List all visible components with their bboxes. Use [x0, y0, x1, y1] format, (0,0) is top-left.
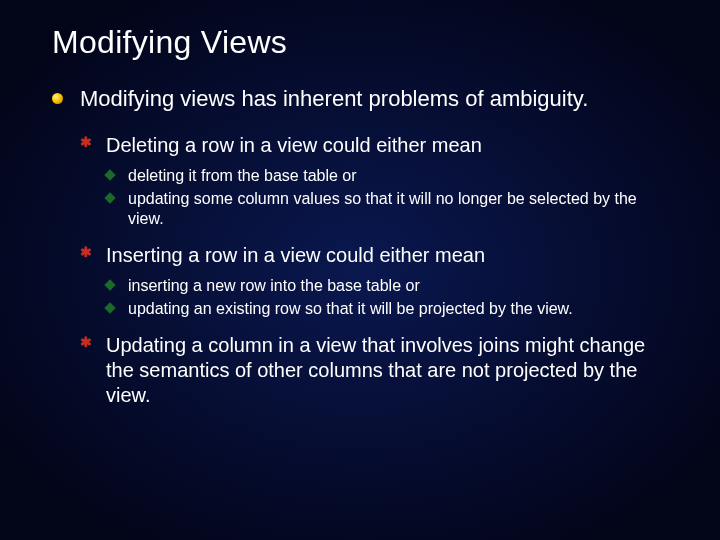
slide: Modifying Views Modifying views has inhe… — [0, 0, 720, 540]
list-item: Inserting a row in a view could either m… — [80, 243, 668, 319]
list-item: updating some column values so that it w… — [106, 189, 668, 229]
bullet-text: Inserting a row in a view could either m… — [106, 244, 485, 266]
bullet-text: Modifying views has inherent problems of… — [80, 86, 588, 111]
bullet-text: Updating a column in a view that involve… — [106, 334, 645, 406]
bullet-text: inserting a new row into the base table … — [128, 277, 420, 294]
list-item: deleting it from the base table or — [106, 166, 668, 186]
list-item: Modifying views has inherent problems of… — [52, 85, 668, 408]
bullet-text: deleting it from the base table or — [128, 167, 357, 184]
bullet-list-level3: inserting a new row into the base table … — [106, 276, 668, 319]
bullet-list-level3: deleting it from the base table or updat… — [106, 166, 668, 229]
bullet-text: updating some column values so that it w… — [128, 190, 637, 227]
bullet-text: updating an existing row so that it will… — [128, 300, 573, 317]
list-item: Deleting a row in a view could either me… — [80, 133, 668, 229]
bullet-list-level1: Modifying views has inherent problems of… — [52, 85, 668, 408]
bullet-text: Deleting a row in a view could either me… — [106, 134, 482, 156]
bullet-list-level2: Deleting a row in a view could either me… — [80, 133, 668, 408]
list-item: updating an existing row so that it will… — [106, 299, 668, 319]
page-title: Modifying Views — [52, 24, 668, 61]
list-item: Updating a column in a view that involve… — [80, 333, 668, 408]
list-item: inserting a new row into the base table … — [106, 276, 668, 296]
